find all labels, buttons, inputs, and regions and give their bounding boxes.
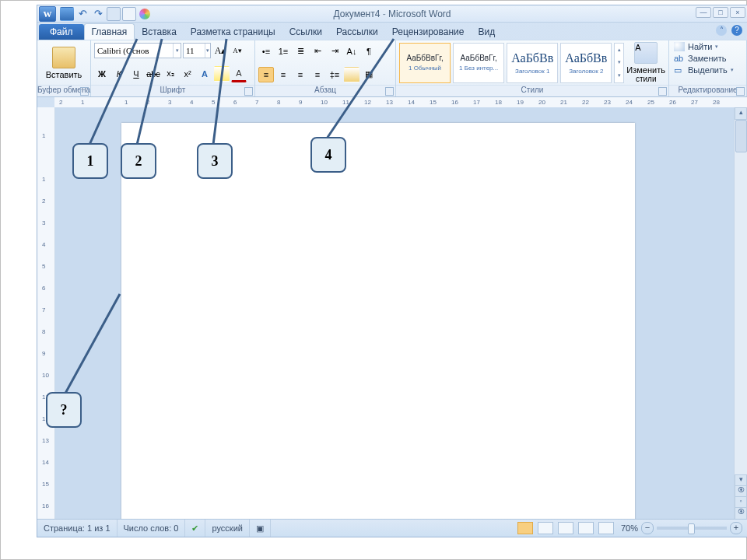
view-buttons xyxy=(515,520,616,537)
tab-view[interactable]: Вид xyxy=(471,24,502,40)
page[interactable] xyxy=(121,123,635,520)
proofing-icon: ✔ xyxy=(191,523,198,534)
bullets-icon[interactable]: •≡ xyxy=(258,44,274,59)
view-outline[interactable] xyxy=(578,522,594,534)
callout-lead-q xyxy=(1,1,234,117)
slide-frame: W ↶ ↷ Документ4 - Microsoft Word — □ × Ф… xyxy=(0,0,747,560)
change-styles-button[interactable]: A Изменить стили xyxy=(626,42,665,83)
select-icon: ▭ xyxy=(674,65,685,75)
view-draft[interactable] xyxy=(598,522,614,534)
status-words[interactable]: Число слов: 0 xyxy=(117,520,186,537)
line-spacing-icon[interactable]: ‡≡ xyxy=(327,67,342,82)
minimize-button[interactable]: — xyxy=(696,7,711,18)
zoom-slider[interactable] xyxy=(657,527,727,530)
ribbon-help: ˄ ? xyxy=(716,25,742,36)
scroll-thumb[interactable] xyxy=(735,120,747,152)
callout-4: 4 xyxy=(310,137,346,173)
align-center-icon[interactable]: ≡ xyxy=(275,67,291,82)
document-name: Документ4 xyxy=(333,9,380,19)
scroll-up-icon[interactable]: ▴ xyxy=(735,107,747,120)
status-macro[interactable]: ▣ xyxy=(250,520,271,537)
numbering-icon[interactable]: 1≡ xyxy=(275,44,291,59)
restore-button[interactable]: □ xyxy=(713,7,728,18)
select-button[interactable]: ▭Выделить▾ xyxy=(674,65,742,75)
vertical-scrollbar[interactable]: ▴ ▾ ⦿ ◦ ⦿ xyxy=(734,107,747,520)
group-styles: АаБбВвГг,1 Обычный АаБбВвГг,1 Без интер.… xyxy=(396,40,669,96)
find-button[interactable]: Найти▾ xyxy=(674,42,742,51)
view-print-layout[interactable] xyxy=(517,522,533,534)
sort-icon[interactable]: A↓ xyxy=(344,44,359,59)
increase-indent-icon[interactable]: ⇥ xyxy=(327,44,342,59)
change-styles-icon: A xyxy=(634,42,658,64)
show-marks-icon[interactable]: ¶ xyxy=(361,44,377,59)
status-bar: Страница: 1 из 1 Число слов: 0 ✔ русский… xyxy=(37,519,747,537)
decrease-indent-icon[interactable]: ⇤ xyxy=(310,44,325,59)
callout-question: ? xyxy=(46,392,82,428)
replace-button[interactable]: abЗаменить xyxy=(674,54,742,63)
zoom-controls: 70% − + xyxy=(616,522,747,534)
style-heading1[interactable]: АаБбВвЗаголовок 1 xyxy=(507,43,558,83)
minimize-ribbon-icon[interactable]: ˄ xyxy=(716,25,727,36)
style-heading2[interactable]: АаБбВвЗаголовок 2 xyxy=(560,43,612,83)
document-area[interactable] xyxy=(55,107,734,520)
macro-icon: ▣ xyxy=(256,523,264,534)
multilevel-icon[interactable]: ≣ xyxy=(293,44,308,59)
group-label-styles: Стили xyxy=(396,85,668,96)
view-full-screen[interactable] xyxy=(538,522,553,534)
group-label-paragraph: Абзац xyxy=(255,85,395,96)
group-label-editing: Редактирование xyxy=(669,85,746,96)
app-name: Microsoft Word xyxy=(388,9,451,19)
vertical-ruler[interactable]: 11234567891011121314151617 xyxy=(37,107,55,520)
styles-more-button[interactable]: ▴▾▾ xyxy=(614,43,624,83)
align-right-icon[interactable]: ≡ xyxy=(293,67,308,82)
status-page[interactable]: Страница: 1 из 1 xyxy=(37,520,117,537)
status-proofing[interactable]: ✔ xyxy=(185,520,205,537)
help-icon[interactable]: ? xyxy=(731,25,742,36)
style-normal[interactable]: АаБбВвГг,1 Обычный xyxy=(399,43,451,83)
justify-icon[interactable]: ≡ xyxy=(310,67,325,82)
style-no-spacing[interactable]: АаБбВвГг,1 Без интер... xyxy=(453,43,504,83)
group-editing: Найти▾ abЗаменить ▭Выделить▾ Редактирова… xyxy=(669,40,747,96)
callout-2: 2 xyxy=(121,143,156,179)
replace-icon: ab xyxy=(674,54,685,63)
zoom-in-icon[interactable]: + xyxy=(730,522,742,534)
callout-3: 3 xyxy=(197,143,233,179)
next-page-icon[interactable]: ⦿ xyxy=(735,507,747,520)
callout-1: 1 xyxy=(72,143,108,179)
shading-icon[interactable] xyxy=(344,67,359,82)
close-button[interactable]: × xyxy=(730,7,745,18)
window-controls: — □ × xyxy=(696,7,745,18)
tab-review[interactable]: Рецензирование xyxy=(385,24,472,40)
zoom-out-icon[interactable]: − xyxy=(641,522,654,534)
align-left-icon[interactable]: ≡ xyxy=(258,67,274,82)
status-language[interactable]: русский xyxy=(205,520,249,537)
zoom-level[interactable]: 70% xyxy=(621,523,638,533)
find-icon xyxy=(674,42,685,51)
tab-mailings[interactable]: Рассылки xyxy=(329,24,385,40)
tab-references[interactable]: Ссылки xyxy=(282,24,329,40)
view-web[interactable] xyxy=(558,522,573,534)
